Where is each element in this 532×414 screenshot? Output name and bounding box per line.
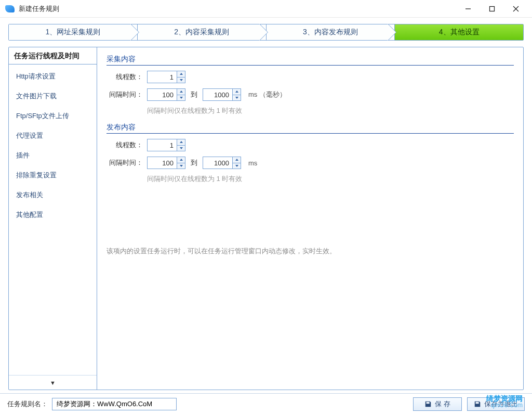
collect-interval-label: 间隔时间： [107,90,143,99]
rule-name-label: 任务规则名： [7,399,48,409]
sidebar-item-publish-related[interactable]: 发布相关 [9,185,97,205]
sidebar-item-label: Http请求设置 [16,72,56,80]
sidebar-item-label: 文件图片下载 [16,92,57,100]
step-2-content-rules[interactable]: 2、内容采集规则 [138,24,267,40]
collect-interval-from-input[interactable] [148,89,177,100]
collect-interval-unit: ms （毫秒） [248,90,286,99]
publish-interval-label: 间隔时间： [107,158,143,167]
publish-interval-unit: ms [248,159,257,167]
spinner-down-icon[interactable] [177,146,185,151]
publish-threads-input[interactable] [148,139,177,151]
sidebar-item-file-download[interactable]: 文件图片下载 [9,86,97,106]
spinner-up-icon[interactable] [177,139,185,146]
app-icon [5,5,15,12]
title-bar: 新建任务规则 [0,0,532,18]
settings-sidebar: 任务运行线程及时间 Http请求设置 文件图片下载 Ftp/SFtp文件上传 代… [9,47,97,390]
sidebar-header: 任务运行线程及时间 [9,47,97,64]
save-button-label: 保 存 [435,399,450,409]
sidebar-item-label: 排除重复设置 [16,171,57,179]
sidebar-item-other-config[interactable]: 其他配置 [9,205,97,225]
chevron-down-icon: ▼ [50,380,56,386]
section-title-publish: 发布内容 [107,123,514,134]
rule-name-input[interactable] [52,398,177,410]
sidebar-item-proxy[interactable]: 代理设置 [9,126,97,146]
publish-threads-spinner[interactable] [147,139,185,151]
spinner-down-icon[interactable] [177,95,185,101]
spinner-down-icon[interactable] [177,77,185,83]
publish-interval-to-input[interactable] [203,157,232,169]
window-title: 新建任务规则 [19,4,59,14]
step-label: 3、内容发布规则 [303,28,358,37]
save-exit-button[interactable]: 保存并退出 [467,397,525,411]
sidebar-item-label: 发布相关 [16,191,43,199]
spinner-up-icon[interactable] [177,71,185,77]
section-title-collect: 采集内容 [107,55,514,66]
footer-bar: 任务规则名： 保 存 保存并退出 [0,393,532,414]
wizard-steps: 1、网址采集规则 2、内容采集规则 3、内容发布规则 4、其他设置 [0,18,532,46]
sidebar-item-http[interactable]: Http请求设置 [9,67,97,86]
step-label: 1、网址采集规则 [45,28,100,37]
sidebar-item-plugins[interactable]: 插件 [9,146,97,165]
collect-interval-from-spinner[interactable] [147,88,185,101]
sidebar-item-dedup[interactable]: 排除重复设置 [9,165,97,185]
publish-interval-hint: 间隔时间仅在线程数为 1 时有效 [147,174,514,184]
spinner-down-icon[interactable] [233,95,241,101]
spinner-down-icon[interactable] [233,163,241,169]
sidebar-item-label: Ftp/SFtp文件上传 [16,112,69,120]
sidebar-collapse-button[interactable]: ▼ [9,375,97,390]
spinner-down-icon[interactable] [177,163,185,169]
spinner-up-icon[interactable] [233,89,241,95]
save-icon [424,400,432,408]
step-3-publish-rules[interactable]: 3、内容发布规则 [267,24,395,40]
main-panel: 任务运行线程及时间 Http请求设置 文件图片下载 Ftp/SFtp文件上传 代… [8,47,524,390]
save-icon [474,400,481,408]
collect-threads-spinner[interactable] [147,71,185,83]
collect-interval-to-spinner[interactable] [203,88,241,101]
save-exit-button-label: 保存并退出 [484,399,518,409]
sidebar-item-label: 插件 [16,151,30,159]
close-button[interactable] [504,1,528,17]
settings-note: 该项内的设置任务运行时，可以在任务运行管理窗口内动态修改，实时生效。 [107,246,514,257]
minimize-button[interactable] [456,1,480,17]
step-4-other-settings[interactable]: 4、其他设置 [395,24,523,40]
sidebar-list: Http请求设置 文件图片下载 Ftp/SFtp文件上传 代理设置 插件 排除重… [9,64,97,375]
sidebar-item-ftp-upload[interactable]: Ftp/SFtp文件上传 [9,106,97,126]
save-button[interactable]: 保 存 [413,397,462,411]
maximize-button[interactable] [480,1,504,17]
svg-rect-1 [490,6,495,11]
step-label: 4、其他设置 [439,28,480,37]
collect-interval-hint: 间隔时间仅在线程数为 1 时有效 [147,106,514,115]
collect-interval-to-label: 到 [191,90,197,99]
collect-section: 采集内容 线程数： 间隔时间： [107,55,514,115]
step-label: 2、内容采集规则 [174,28,229,37]
publish-interval-to-label: 到 [191,158,197,167]
collect-threads-label: 线程数： [107,72,143,82]
collect-threads-input[interactable] [148,71,177,83]
collect-interval-to-input[interactable] [203,89,232,100]
spinner-up-icon[interactable] [177,157,185,163]
publish-section: 发布内容 线程数： 间隔时间： [107,123,514,184]
publish-interval-from-spinner[interactable] [147,157,185,169]
sidebar-item-label: 其他配置 [16,211,43,218]
step-1-url-rules[interactable]: 1、网址采集规则 [9,24,138,40]
spinner-up-icon[interactable] [177,89,185,95]
publish-interval-to-spinner[interactable] [203,157,241,169]
publish-interval-from-input[interactable] [148,157,177,169]
content-area: 采集内容 线程数： 间隔时间： [97,47,523,390]
publish-threads-label: 线程数： [107,140,143,150]
spinner-up-icon[interactable] [233,157,241,163]
sidebar-item-label: 代理设置 [16,132,43,139]
